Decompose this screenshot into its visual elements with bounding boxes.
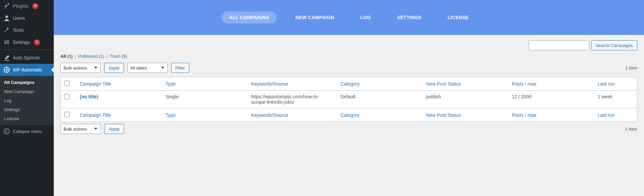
search-campaigns-button[interactable]: Search Campaigns [591,40,637,50]
apply-bulk-button-bottom[interactable]: Apply [104,124,124,134]
th-last-run: Last run [594,77,637,91]
submenu-license[interactable]: License [0,114,54,123]
collapse-label: Collapse menu [13,129,42,134]
dates-select[interactable]: All dates [127,63,168,73]
svg-point-1 [4,129,9,134]
table-footer-row: Campaign Title Type Keywords/Source Cate… [61,108,637,122]
main-content: ALL CAMPAIGNS NEW CAMPAIGN LOG SETTINGS … [54,0,644,196]
select-all-checkbox[interactable] [64,81,70,86]
view-published[interactable]: Published (1) [78,54,104,59]
tf-source: Keywords/Source [248,108,337,122]
campaigns-table: Campaign Title Type Keywords/Source Cate… [61,77,637,122]
bulk-actions-select-bottom[interactable]: Bulk actions [61,124,101,134]
item-count-bottom: 1 item [626,127,637,132]
plugin-top-nav: ALL CAMPAIGNS NEW CAMPAIGN LOG SETTINGS … [54,0,644,35]
search-input[interactable] [529,40,589,50]
th-source: Keywords/Source [248,77,337,91]
row-category: Default [337,91,423,108]
tab-settings[interactable]: SETTINGS [390,11,429,23]
th-status: New Post Status [423,77,509,91]
sidebar-item-users[interactable]: Users [0,12,54,24]
wrench-icon [3,27,10,34]
tf-type: Type [162,108,248,122]
plugins-badge: 4 [32,3,38,9]
tf-status: New Post Status [423,108,509,122]
th-title[interactable]: Campaign Title [76,77,162,91]
table-row: (no title) Single https://wpautomatic.co… [61,91,637,108]
sidebar-separator [0,48,54,50]
plug-icon [3,3,10,9]
submenu-all-campaigns[interactable]: All Campaigns [0,78,54,87]
search-row: Search Campaigns [61,38,637,50]
item-count-top: 1 item [626,65,637,70]
tab-new-campaign[interactable]: NEW CAMPAIGN [288,11,341,23]
th-posts: Posts / max [509,77,594,91]
view-trash[interactable]: Trash (9) [110,54,127,59]
bulk-actions-select[interactable]: Bulk actions [61,63,101,73]
tf-title[interactable]: Campaign Title [76,108,162,122]
row-posts: 12 / 2000 [509,91,594,108]
globe-icon [3,66,10,73]
submenu-new-campaign[interactable]: New Campaign [0,87,54,96]
sidebar-item-label: Settings [13,40,30,45]
tf-category: Category [337,108,423,122]
filter-button[interactable]: Filter [171,63,190,73]
row-type: Single [162,91,248,108]
sidebar-submenu: All Campaigns New Campaign Log Settings … [0,76,54,125]
user-icon [3,15,10,21]
sidebar-item-settings[interactable]: Settings 1 [0,36,54,48]
status-views: All (1) | Published (1) | Trash (9) [61,54,637,59]
sidebar-item-label: Tools [13,28,24,33]
th-category: Category [337,77,423,91]
th-type: Type [162,77,248,91]
table-header-row: Campaign Title Type Keywords/Source Cate… [61,77,637,91]
sidebar-item-tools[interactable]: Tools [0,24,54,36]
admin-sidebar: Plugins 4 Users Tools Settings 1 Auto Sp… [0,0,54,196]
collapse-menu[interactable]: Collapse menu [0,125,54,137]
apply-bulk-button[interactable]: Apply [104,63,124,73]
select-all-checkbox-footer[interactable] [64,112,70,117]
sidebar-item-label: Plugins [13,3,28,9]
sidebar-item-label: Users [13,15,25,21]
row-status: publish [423,91,509,108]
row-title-link[interactable]: (no title) [80,94,98,99]
submenu-settings[interactable]: Settings [0,105,54,114]
tab-all-campaigns[interactable]: ALL CAMPAIGNS [222,11,276,23]
tab-license[interactable]: LICENSE [440,11,476,23]
sidebar-item-auto-spinner[interactable]: Auto Spinner [0,52,54,64]
view-all[interactable]: All (1) [61,54,73,59]
sidebar-item-plugins[interactable]: Plugins 4 [0,0,54,12]
tablenav-bottom: Bulk actions Apply 1 item [61,122,637,136]
tf-last-run: Last run [594,108,637,122]
edit-icon [3,54,10,61]
submenu-log[interactable]: Log [0,96,54,105]
sidebar-item-wp-automatic[interactable]: WP Automatic [0,64,54,76]
content-area: Search Campaigns All (1) | Published (1)… [54,35,644,143]
sliders-icon [3,39,10,46]
tf-posts: Posts / max [509,108,594,122]
collapse-icon [3,128,10,135]
settings-badge: 1 [34,39,40,45]
tablenav-top: Bulk actions Apply All dates Filter 1 it… [61,61,637,75]
tab-log[interactable]: LOG [353,11,378,23]
sidebar-item-label: WP Automatic [13,67,42,72]
sidebar-item-label: Auto Spinner [13,55,40,60]
row-source: https://wpautomatic.com/how-to-scrape-li… [248,91,337,108]
row-checkbox[interactable] [64,94,70,99]
row-last-run: 1 week [594,91,637,108]
